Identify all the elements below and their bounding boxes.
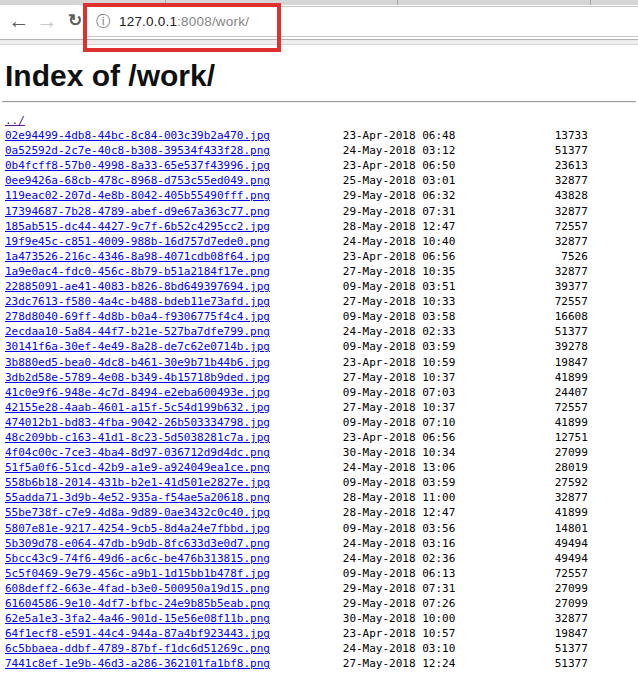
file-link[interactable]: 55adda71-3d9b-4e52-935a-f54ae5a20618.png <box>5 491 270 504</box>
forward-button[interactable]: → <box>34 7 60 35</box>
file-meta: 23-Apr-2018 06:50 23613 <box>270 159 588 172</box>
browser-toolbar: ← → ↻ ⓘ 127.0.0.1:8008/work/ <box>0 5 638 39</box>
file-link[interactable]: 119eac02-207d-4e8b-8042-405b55490fff.png <box>5 189 270 202</box>
file-meta: 23-Apr-2018 06:56 7526 <box>270 250 588 263</box>
page-info-icon[interactable]: ⓘ <box>96 13 110 31</box>
file-meta: 23-Apr-2018 10:57 19847 <box>270 627 588 640</box>
file-meta: 27-May-2018 10:37 72557 <box>270 401 588 414</box>
reload-icon: ↻ <box>68 11 82 30</box>
file-meta: 09-May-2018 06:13 72557 <box>270 567 588 580</box>
file-link[interactable]: 23dc7613-f580-4a4c-b488-bdeb11e73afd.jpg <box>5 295 270 308</box>
file-link[interactable]: 51f5a0f6-51cd-42b9-a1e9-a924049ea1ce.png <box>5 461 270 474</box>
file-meta: 23-Apr-2018 10:59 19847 <box>270 356 588 369</box>
file-link[interactable]: 1a473526-216c-4346-8a98-4071cdb08f64.jpg <box>5 250 270 263</box>
file-meta: 29-May-2018 07:26 27099 <box>270 597 588 610</box>
browser-window: ← → ↻ ⓘ 127.0.0.1:8008/work/ Index of /w… <box>0 0 638 678</box>
file-link[interactable]: 02e94499-4db8-44bc-8c84-003c39b2a470.jpg <box>5 129 270 142</box>
file-link[interactable]: 22885091-ae41-4083-b826-8bd649397694.jpg <box>5 280 270 293</box>
url-text: 127.0.0.1:8008/work/ <box>119 14 249 29</box>
url-host: 127.0.0.1 <box>119 14 177 29</box>
file-link[interactable]: 4f04c00c-7ce3-4ba4-8d97-036712d9d4dc.png <box>5 446 270 459</box>
file-meta: 09-May-2018 07:10 41899 <box>270 416 588 429</box>
divider-rule <box>2 101 636 103</box>
parent-dir-link[interactable]: ../ <box>5 114 25 127</box>
back-icon: ← <box>9 9 30 32</box>
file-meta: 29-May-2018 07:31 27099 <box>270 582 588 595</box>
file-link[interactable]: 0a52592d-2c7e-40c8-b308-39534f433f28.png <box>5 144 270 157</box>
file-link[interactable]: 41c0e9f6-948e-4c7d-8494-e2eba600493e.jpg <box>5 386 270 399</box>
file-meta: 27-May-2018 10:37 41899 <box>270 371 588 384</box>
file-meta: 24-May-2018 13:06 28019 <box>270 461 588 474</box>
file-link[interactable]: 5bcc43c9-74f6-49d6-ac6c-be476b313815.png <box>5 552 270 565</box>
file-meta: 09-May-2018 03:56 14801 <box>270 522 588 535</box>
file-link[interactable]: 7441c8ef-1e9b-46d3-a286-362101fa1bf8.png <box>5 657 270 670</box>
file-meta: 09-May-2018 03:59 39278 <box>270 340 588 353</box>
file-meta: 27-May-2018 10:35 32877 <box>270 265 588 278</box>
file-link[interactable]: 48c209bb-c163-41d1-8c23-5d5038281c7a.jpg <box>5 431 270 444</box>
file-link[interactable]: 19f9e45c-c851-4009-988b-16d757d7ede0.png <box>5 235 270 248</box>
file-listing: ../ 02e94499-4db8-44bc-8c84-003c39b2a470… <box>5 113 638 671</box>
file-meta: 24-May-2018 03:16 49494 <box>270 537 588 550</box>
file-link[interactable]: 61604586-9e10-4df7-bfbc-24e9b85b5eab.png <box>5 597 270 610</box>
file-link[interactable]: 608deff2-663e-4fad-b3e0-500950a19d15.png <box>5 582 270 595</box>
file-meta: 24-May-2018 10:40 32877 <box>270 235 588 248</box>
file-meta: 09-May-2018 03:58 16608 <box>270 310 588 323</box>
file-meta: 29-May-2018 06:32 43828 <box>270 189 588 202</box>
file-meta: 28-May-2018 12:47 72557 <box>270 220 588 233</box>
file-link[interactable]: 2ecdaa10-5a84-44f7-b21e-527ba7dfe799.png <box>5 325 270 338</box>
file-link[interactable]: 558b6b18-2014-431b-b2e1-41d501e2827e.jpg <box>5 476 270 489</box>
file-link[interactable]: 0b4fcff8-57b0-4998-8a33-65e537f43996.jpg <box>5 159 270 172</box>
page-title: Index of /work/ <box>5 59 638 93</box>
page-content: Index of /work/ ../ 02e94499-4db8-44bc-8… <box>0 45 638 678</box>
file-meta: 25-May-2018 03:01 32877 <box>270 174 588 187</box>
file-meta: 28-May-2018 12:47 41899 <box>270 506 588 519</box>
file-link[interactable]: 5c5f0469-9e79-456c-a9b1-1d15bb1b478f.jpg <box>5 567 270 580</box>
file-meta: 30-May-2018 10:34 27099 <box>270 446 588 459</box>
file-link[interactable]: 17394687-7b28-4789-abef-d9e67a363c77.png <box>5 205 270 218</box>
file-meta: 27-May-2018 10:33 72557 <box>270 295 588 308</box>
file-link[interactable]: 62e5a1e3-3fa2-4a46-901d-15e56e08f11b.png <box>5 612 270 625</box>
file-meta: 23-Apr-2018 06:56 12751 <box>270 431 588 444</box>
file-meta: 24-May-2018 03:10 51377 <box>270 642 588 655</box>
file-meta: 24-May-2018 03:12 51377 <box>270 144 588 157</box>
file-link[interactable]: 64f1ecf8-e591-44c4-944a-87a4bf923443.jpg <box>5 627 270 640</box>
file-meta: 24-May-2018 02:33 51377 <box>270 325 588 338</box>
url-path: :8008/work/ <box>177 14 249 29</box>
file-meta: 27-May-2018 12:24 51377 <box>270 657 588 670</box>
file-meta: 24-May-2018 02:36 49494 <box>270 552 588 565</box>
file-meta: 09-May-2018 03:59 27592 <box>270 476 588 489</box>
back-button[interactable]: ← <box>6 7 32 35</box>
file-link[interactable]: 0ee9426a-68cb-478c-8968-d753c55ed049.png <box>5 174 270 187</box>
file-link[interactable]: 5b309d78-e064-47db-b9db-8fc633d3e0d7.png <box>5 537 270 550</box>
file-link[interactable]: 474012b1-bd83-4fba-9042-26b503334798.jpg <box>5 416 270 429</box>
file-meta: 09-May-2018 07:03 24407 <box>270 386 588 399</box>
file-link[interactable]: 6c5bbaea-ddbf-4789-87bf-f1dc6d51269c.png <box>5 642 270 655</box>
file-link[interactable]: 3b880ed5-bea0-4dc8-b461-30e9b71b44b6.jpg <box>5 356 270 369</box>
file-meta: 30-May-2018 10:00 32877 <box>270 612 588 625</box>
file-link[interactable]: 30141f6a-30ef-4e49-8a28-de7c62e0714b.jpg <box>5 340 270 353</box>
file-meta: 23-Apr-2018 06:48 13733 <box>270 129 588 142</box>
forward-icon: → <box>37 9 58 32</box>
file-meta: 29-May-2018 07:31 32877 <box>270 205 588 218</box>
file-link[interactable]: 1a9e0ac4-fdc0-456c-8b79-b51a2184f17e.png <box>5 265 270 278</box>
file-meta: 28-May-2018 11:00 32877 <box>270 491 588 504</box>
file-link[interactable]: 278d8040-69ff-4d8b-b0a4-f9306775f4c4.jpg <box>5 310 270 323</box>
file-link[interactable]: 185ab515-dc44-4427-9c7f-6b52c4295cc2.jpg <box>5 220 270 233</box>
file-meta: 09-May-2018 03:51 39377 <box>270 280 588 293</box>
file-link[interactable]: 3db2d58e-5789-4e08-b349-4b15718b9ded.jpg <box>5 371 270 384</box>
file-link[interactable]: 55be738f-c7e9-4d8a-9d89-0ae3432c0c40.jpg <box>5 506 270 519</box>
file-link[interactable]: 5807e81e-9217-4254-9cb5-8d4a24e7fbbd.jpg <box>5 522 270 535</box>
url-bar[interactable]: ⓘ 127.0.0.1:8008/work/ <box>85 6 638 37</box>
file-link[interactable]: 42155e28-4aab-4601-a15f-5c54d199b632.jpg <box>5 401 270 414</box>
